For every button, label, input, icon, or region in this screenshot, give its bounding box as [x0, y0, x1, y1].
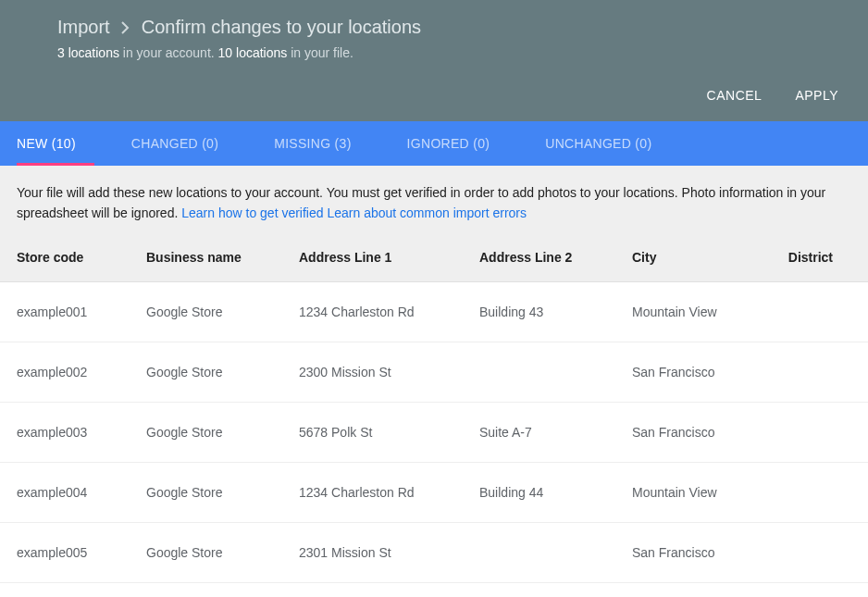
cell-store-code: example003	[17, 425, 146, 440]
summary-text: 3 locations in your account. 10 location…	[57, 45, 851, 60]
cell-address1: 5678 Polk St	[299, 425, 479, 440]
cell-business-name: Google Store	[146, 485, 299, 500]
cell-store-code: example001	[17, 305, 146, 319]
col-address1: Address Line 1	[299, 250, 479, 265]
chevron-right-icon	[121, 21, 130, 34]
cell-business-name: Google Store	[146, 365, 299, 379]
cell-city: Mountain View	[632, 485, 775, 500]
cell-address2: Suite A-7	[479, 425, 632, 440]
table-row[interactable]: example001Google Store1234 Charleston Rd…	[0, 282, 868, 342]
cell-address1: 2300 Mission St	[299, 365, 479, 379]
cell-address2	[479, 545, 632, 560]
header: Import Confirm changes to your locations…	[0, 0, 868, 121]
cell-address2: Building 44	[479, 485, 632, 500]
cell-address2	[479, 365, 632, 379]
col-business-name: Business name	[146, 250, 299, 265]
table-row[interactable]: example002Google Store2300 Mission StSan…	[0, 342, 868, 403]
cell-store-code: example005	[17, 545, 146, 560]
breadcrumb-current: Confirm changes to your locations	[142, 17, 421, 38]
tab-unchanged[interactable]: UNCHANGED (0)	[527, 121, 670, 166]
cell-business-name: Google Store	[146, 425, 299, 440]
col-district: District	[775, 250, 851, 265]
account-count: 3 locations	[57, 45, 119, 60]
table-header: Store code Business name Address Line 1 …	[0, 239, 868, 282]
col-store-code: Store code	[17, 250, 146, 265]
col-city: City	[632, 250, 775, 265]
breadcrumb: Import Confirm changes to your locations	[57, 17, 851, 38]
apply-button[interactable]: APPLY	[795, 88, 838, 103]
cell-district	[775, 365, 851, 379]
cell-business-name: Google Store	[146, 305, 299, 319]
cell-district	[775, 425, 851, 440]
table-row[interactable]: example003Google Store5678 Polk StSuite …	[0, 403, 868, 463]
account-suffix: in your account.	[119, 45, 218, 60]
table-row[interactable]: example005Google Store2301 Mission StSan…	[0, 523, 868, 583]
header-actions: CANCEL APPLY	[57, 60, 851, 112]
cell-address1: 1234 Charleston Rd	[299, 305, 479, 319]
cell-city: San Francisco	[632, 365, 775, 379]
cancel-button[interactable]: CANCEL	[707, 88, 763, 103]
info-panel: Your file will add these new locations t…	[0, 166, 868, 239]
tab-changed[interactable]: CHANGED (0)	[113, 121, 237, 166]
table-row[interactable]: example004Google Store1234 Charleston Rd…	[0, 463, 868, 523]
cell-store-code: example002	[17, 365, 146, 379]
file-count: 10 locations	[218, 45, 288, 60]
learn-verified-link[interactable]: Learn how to get verified	[181, 205, 323, 220]
cell-district	[775, 485, 851, 500]
info-text: Your file will add these new locations t…	[17, 182, 851, 224]
breadcrumb-parent[interactable]: Import	[57, 17, 110, 38]
table-body: example001Google Store1234 Charleston Rd…	[0, 282, 868, 583]
file-suffix: in your file.	[287, 45, 353, 60]
col-address2: Address Line 2	[479, 250, 632, 265]
cell-city: Mountain View	[632, 305, 775, 319]
cell-district	[775, 305, 851, 319]
cell-address1: 2301 Mission St	[299, 545, 479, 560]
learn-import-errors-link[interactable]: Learn about common import errors	[327, 205, 527, 220]
cell-district	[775, 545, 851, 560]
tab-ignored[interactable]: IGNORED (0)	[389, 121, 509, 166]
tabs: NEW (10)CHANGED (0)MISSING (3)IGNORED (0…	[0, 121, 868, 166]
cell-address2: Building 43	[479, 305, 632, 319]
tab-missing[interactable]: MISSING (3)	[255, 121, 369, 166]
cell-city: San Francisco	[632, 545, 775, 560]
cell-store-code: example004	[17, 485, 146, 500]
cell-city: San Francisco	[632, 425, 775, 440]
tab-new[interactable]: NEW (10)	[17, 121, 94, 166]
cell-address1: 1234 Charleston Rd	[299, 485, 479, 500]
cell-business-name: Google Store	[146, 545, 299, 560]
